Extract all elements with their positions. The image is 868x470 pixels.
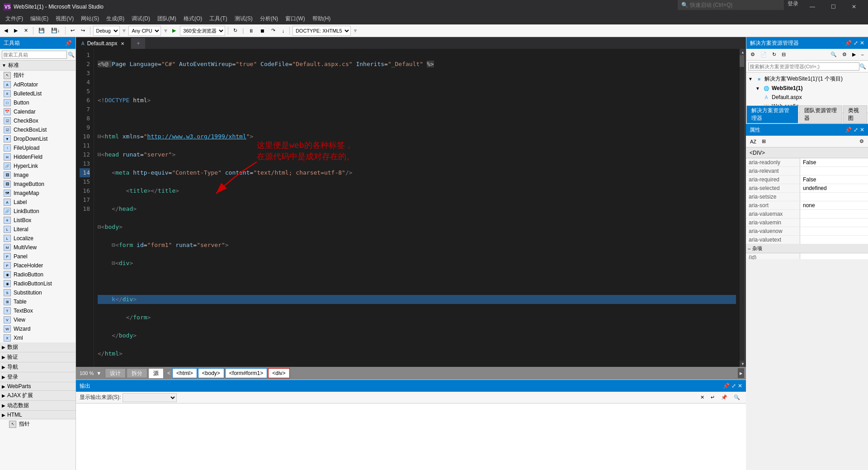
toolbox-item-imagemap[interactable]: 🗺 ImageMap <box>0 189 75 198</box>
quick-search-input[interactable] <box>690 2 780 8</box>
menu-item-h[interactable]: 帮助(H) <box>309 14 335 24</box>
prop-resize-icon[interactable]: ⤢ <box>854 127 858 133</box>
toolbox-item-dropdownlist[interactable]: ▼ DropDownList <box>0 134 75 143</box>
toolbox-section-ajax[interactable]: ▶ AJAX 扩展 <box>0 391 75 401</box>
nav-forward-button[interactable]: ▶ <box>12 26 20 36</box>
pause-button[interactable]: ⏸ <box>246 26 256 36</box>
step-over-button[interactable]: ↷ <box>269 26 278 36</box>
toolbox-item-radiobuttonlist[interactable]: ◉ RadioButtonList <box>0 279 75 288</box>
toolbox-section-data[interactable]: ▶ 数据 <box>0 342 75 352</box>
config-select[interactable]: Debug <box>93 26 120 36</box>
breadcrumb-form[interactable]: <form#form1> <box>225 368 267 378</box>
panel-tab-class[interactable]: 类视图 <box>843 105 867 123</box>
se-more-button[interactable]: ▶ <box>850 50 858 60</box>
toolbox-item-pointer[interactable]: ↖ 指针 <box>0 71 75 80</box>
tree-file-default-aspx[interactable]: A Default.aspx <box>746 93 868 102</box>
menu-item-o[interactable]: 格式(O) <box>180 14 206 24</box>
breadcrumb-scroll-right[interactable]: ▶ <box>738 368 744 378</box>
output-pin-icon[interactable]: 📌 <box>723 383 730 389</box>
nav-back-button[interactable]: ◀ <box>2 26 10 36</box>
toolbox-section-validate[interactable]: ▶ 验证 <box>0 352 75 362</box>
toolbox-item-imagebutton[interactable]: 🖼 ImageButton <box>0 180 75 189</box>
toolbox-item-checkboxlist[interactable]: ☑ CheckBoxList <box>0 125 75 134</box>
prop-categorized-button[interactable]: ⊞ <box>760 137 768 147</box>
tree-solution[interactable]: ▼ ■ 解决方案'WebSite1(1)'(1 个项目) <box>746 74 868 84</box>
solution-search-input[interactable] <box>748 62 859 71</box>
menu-item-m[interactable]: 团队(M) <box>154 14 180 24</box>
design-tab[interactable]: 设计 <box>105 368 126 378</box>
menu-item-s[interactable]: 测试(S) <box>231 14 256 24</box>
toolbox-item-multiview[interactable]: M MultiView <box>0 243 75 252</box>
code-editor[interactable]: ▲ ▼ 1234 5678 9101112 1314 15161718 <%@ … <box>76 49 746 367</box>
se-minus-button[interactable]: − <box>859 50 866 60</box>
toolbox-item-view[interactable]: V View <box>0 315 75 324</box>
toolbox-item-calendar[interactable]: 📅 Calendar <box>0 107 75 116</box>
se-show-files-button[interactable]: 📄 <box>758 50 769 60</box>
toolbox-item-panel[interactable]: P Panel <box>0 252 75 261</box>
scrollbar-track[interactable]: ▲ ▼ <box>740 49 746 367</box>
breadcrumb-html[interactable]: <html> <box>172 368 197 378</box>
toolbox-item-label[interactable]: A Label <box>0 198 75 207</box>
tree-project[interactable]: ▼ 🌐 WebSite1(1) <box>746 84 868 93</box>
toolbox-pin-icon[interactable]: 📌 <box>65 40 72 46</box>
menu-item-n[interactable]: 分析(N) <box>256 14 282 24</box>
maximize-button[interactable]: ☐ <box>823 0 844 14</box>
toolbox-item-textbox[interactable]: T TextBox <box>0 306 75 315</box>
run-button[interactable]: ▶ <box>170 26 178 36</box>
se-resize-icon[interactable]: ⤢ <box>854 40 858 46</box>
platform-select[interactable]: Any CPU <box>128 26 161 36</box>
se-properties-button[interactable]: ⚙ <box>748 50 757 60</box>
toolbox-item-bulletedlist[interactable]: ≡ BulletedList <box>0 89 75 98</box>
se-search-button[interactable]: 🔍 <box>828 50 839 60</box>
close-button[interactable]: ✕ <box>844 0 864 14</box>
toolbox-item-literal[interactable]: L Literal <box>0 225 75 234</box>
toolbox-item-button[interactable]: □ Button <box>0 98 75 107</box>
panel-tab-team[interactable]: 团队资源管理器 <box>799 105 842 123</box>
login-button[interactable]: 登录 <box>784 0 802 14</box>
se-refresh-button[interactable]: ↻ <box>770 50 778 60</box>
panel-tab-solution[interactable]: 解决方案资源管理器 <box>746 105 798 123</box>
output-clear-button[interactable]: ✕ <box>698 393 707 403</box>
refresh-button[interactable]: ↻ <box>231 26 240 36</box>
toolbox-search-input[interactable] <box>2 51 67 59</box>
menu-item-f[interactable]: 文件(F) <box>2 14 27 24</box>
toolbox-item-adrotator[interactable]: A AdRotator <box>0 80 75 89</box>
toolbox-item-hiddenfield[interactable]: H HiddenField <box>0 152 75 161</box>
minimize-button[interactable]: — <box>802 0 823 14</box>
output-resize-icon[interactable]: ⤢ <box>731 383 736 389</box>
tab-plus[interactable]: + <box>131 38 146 49</box>
split-tab[interactable]: 拆分 <box>127 368 147 378</box>
toolbox-item-xml[interactable]: X Xml <box>0 333 75 342</box>
toolbox-section-webparts[interactable]: ▶ WebParts <box>0 382 75 391</box>
nav-stop-button[interactable]: ✕ <box>22 26 30 36</box>
toolbox-item-wizard[interactable]: W Wizard <box>0 324 75 333</box>
se-collapse-button[interactable]: ⊟ <box>779 50 788 60</box>
toolbox-item-listbox[interactable]: ≡ ListBox <box>0 216 75 225</box>
undo-button[interactable]: ↩ <box>68 26 77 36</box>
se-settings-button[interactable]: ⚙ <box>840 50 849 60</box>
save-all-button[interactable]: 💾↓ <box>49 26 62 36</box>
breadcrumb-div[interactable]: <div> <box>268 368 289 378</box>
stop-debug-button[interactable]: ⏹ <box>258 26 267 36</box>
toolbox-item-fileupload[interactable]: ↑ FileUpload <box>0 143 75 152</box>
toolbox-item-placeholder[interactable]: P PlaceHolder <box>0 261 75 270</box>
toolbox-section-login[interactable]: ▶ 登录 <box>0 372 75 382</box>
source-tab[interactable]: 源 <box>148 368 164 378</box>
doctype-select[interactable]: DOCTYPE: XHTML5 <box>292 26 351 36</box>
tab-default-aspx[interactable]: A Default.aspx ✕ <box>76 38 131 49</box>
output-wordwrap-button[interactable]: ↵ <box>708 393 717 403</box>
output-close-icon[interactable]: ✕ <box>738 383 742 389</box>
se-search-btn-icon[interactable]: 🔍 <box>859 63 866 70</box>
menu-item-b[interactable]: 生成(B) <box>103 14 128 24</box>
code-lines[interactable]: <%@ Page Language="C#" AutoEventWireup="… <box>94 49 740 367</box>
toolbox-item-html-pointer[interactable]: ↖ 指针 <box>0 419 75 429</box>
output-source-select[interactable] <box>123 393 177 402</box>
toolbox-item-linkbutton[interactable]: 🔗 LinkButton <box>0 207 75 216</box>
toolbox-section-html[interactable]: ▶ HTML <box>0 411 75 419</box>
prop-pin-icon[interactable]: 📌 <box>845 127 852 133</box>
se-pin-icon[interactable]: 📌 <box>845 40 852 46</box>
toolbox-item-checkbox[interactable]: ☑ CheckBox <box>0 116 75 125</box>
toolbox-item-table[interactable]: ⊞ Table <box>0 297 75 306</box>
menu-item-t[interactable]: 工具(T) <box>206 14 231 24</box>
toolbox-item-image[interactable]: 🖼 Image <box>0 171 75 180</box>
